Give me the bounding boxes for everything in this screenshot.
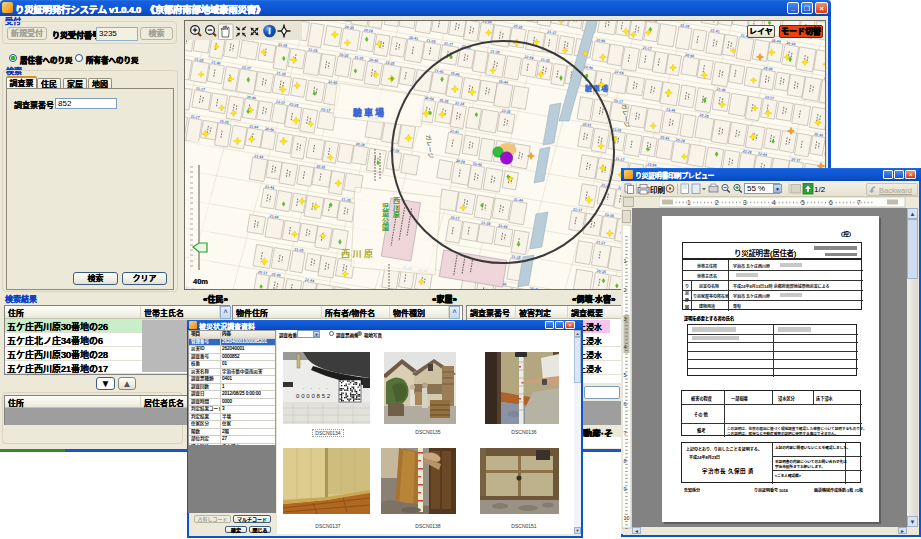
- svg-text:0000852: 0000852: [296, 393, 332, 399]
- svg-text:30-41: 30-41: [529, 287, 539, 290]
- svg-text:22-41: 22-41: [546, 289, 556, 290]
- svg-text:7: 7: [624, 430, 627, 436]
- svg-text:児童公園: 児童公園: [382, 202, 390, 232]
- svg-text:3: 3: [624, 316, 627, 322]
- svg-text:西川原: 西川原: [393, 197, 401, 218]
- svg-text:驗車場: 驗車場: [353, 107, 386, 118]
- svg-text:. . . .: . . . .: [303, 384, 330, 390]
- svg-text:1: 1: [624, 258, 627, 264]
- svg-text:40m: 40m: [193, 277, 208, 286]
- svg-text:5: 5: [624, 372, 627, 378]
- svg-text:西川原: 西川原: [341, 249, 376, 259]
